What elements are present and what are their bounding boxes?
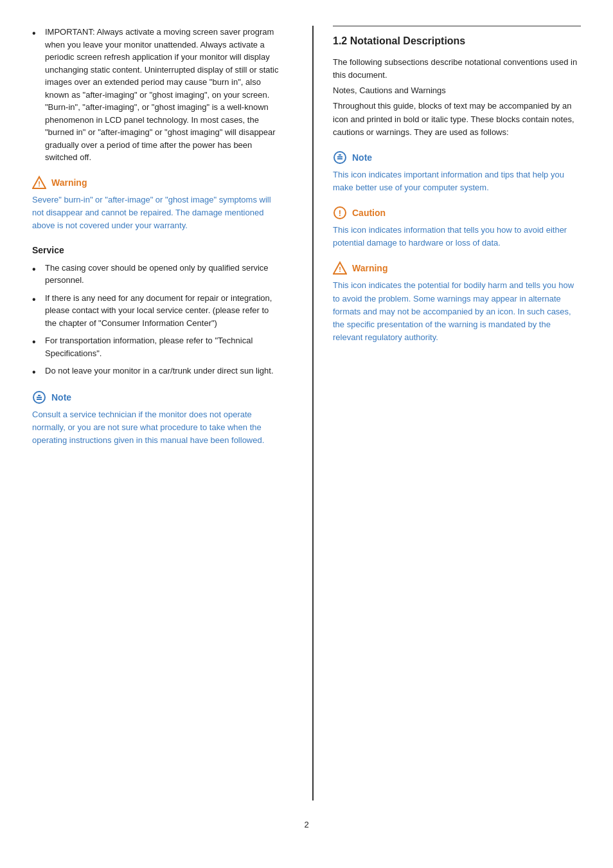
bullet-dot-s3: •: [32, 336, 40, 359]
service-text-3: For transportation information, please r…: [45, 334, 280, 359]
warning-text-right: This icon indicates the potential for bo…: [333, 279, 581, 344]
bullet-dot-s1: •: [32, 263, 40, 287]
caution-box-right: ! Caution This icon indicates informatio…: [333, 206, 581, 249]
service-bullet-1: • The casing cover should be opened only…: [32, 262, 280, 287]
warning-header-right: ! Warning: [333, 261, 581, 275]
note-text-right: This icon indicates important informatio…: [333, 168, 581, 194]
svg-text:!: !: [339, 266, 341, 273]
caution-label-right: Caution: [352, 208, 386, 218]
service-bullet-4: • Do not leave your monitor in a car/tru…: [32, 365, 280, 378]
right-column: 1.2 Notational Descriptions The followin…: [312, 26, 581, 800]
note-label-right: Note: [352, 152, 372, 163]
note-icon-left: [32, 390, 46, 404]
service-text-4: Do not leave your monitor in a car/trunk…: [45, 365, 280, 378]
bullet-dot: •: [32, 27, 40, 164]
note-icon-right: [333, 150, 347, 165]
warning-icon-1: !: [32, 176, 46, 190]
service-bullet-3: • For transportation information, please…: [32, 334, 280, 359]
svg-text:!: !: [38, 180, 40, 188]
right-intro-text1: The following subsections describe notat…: [333, 56, 581, 82]
warning-box-right: ! Warning This icon indicates the potent…: [333, 261, 581, 344]
bullet-dot-s2: •: [32, 293, 40, 330]
service-section-title: Service: [32, 245, 280, 255]
caution-icon-right: !: [333, 206, 347, 220]
caution-text-right: This icon indicates information that tel…: [333, 224, 581, 249]
right-intro-text3: Throughout this guide, blocks of text ma…: [333, 100, 581, 138]
page-number: 2: [32, 820, 581, 829]
warning-box-1: ! Warning Severe" burn-in" or "after-ima…: [32, 176, 280, 232]
warning-header-1: ! Warning: [32, 176, 280, 190]
note-header-left: Note: [32, 390, 280, 404]
left-column: • IMPORTANT: Always activate a moving sc…: [32, 26, 287, 800]
service-text-1: The casing cover should be opened only b…: [45, 262, 280, 287]
note-text-left: Consult a service technician if the moni…: [32, 408, 280, 447]
warning-icon-right: !: [333, 261, 347, 275]
note-label-left: Note: [51, 392, 71, 402]
warning-label-right: Warning: [352, 263, 387, 273]
service-text-2: If there is any need for any document fo…: [45, 292, 280, 330]
right-section-title: 1.2 Notational Descriptions: [333, 35, 581, 47]
service-bullet-2: • If there is any need for any document …: [32, 292, 280, 330]
section-divider: [333, 26, 581, 26]
important-bullet: • IMPORTANT: Always activate a moving sc…: [32, 26, 280, 164]
bullet-dot-s4: •: [32, 366, 40, 378]
two-column-layout: • IMPORTANT: Always activate a moving sc…: [32, 26, 581, 800]
svg-text:!: !: [339, 208, 341, 218]
warning-text-1: Severe" burn-in" or "after-image" or "gh…: [32, 194, 280, 232]
page: • IMPORTANT: Always activate a moving sc…: [0, 0, 613, 868]
right-intro-text2: Notes, Cautions and Warnings: [333, 84, 581, 97]
note-box-left: Note Consult a service technician if the…: [32, 390, 280, 447]
note-box-right: Note This icon indicates important infor…: [333, 150, 581, 194]
note-header-right: Note: [333, 150, 581, 165]
warning-label-1: Warning: [51, 177, 87, 188]
important-text: IMPORTANT: Always activate a moving scre…: [45, 26, 280, 164]
caution-header-right: ! Caution: [333, 206, 581, 220]
